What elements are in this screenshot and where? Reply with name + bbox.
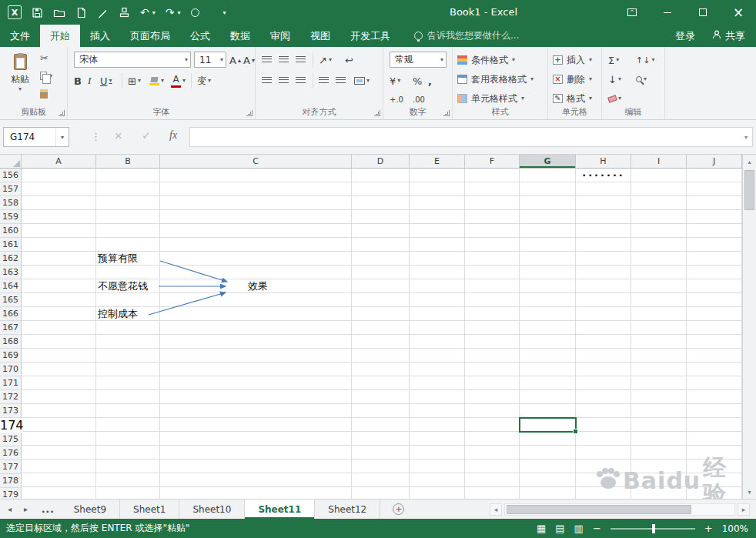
- row-header-177[interactable]: 177: [0, 460, 22, 474]
- font-name-select[interactable]: 宋体▾: [74, 52, 191, 68]
- redo-dropdown-icon[interactable]: ▾: [177, 9, 180, 16]
- row-header-168[interactable]: 168: [0, 335, 22, 349]
- ink-pen-icon[interactable]: [97, 7, 109, 18]
- delete-cells-button[interactable]: ×删除▾: [553, 71, 592, 88]
- column-header-D[interactable]: D: [352, 155, 410, 169]
- row-header-179[interactable]: 179: [0, 488, 22, 499]
- find-select-button[interactable]: ▾: [636, 71, 647, 88]
- sheet-tab-Sheet1[interactable]: Sheet1: [120, 500, 179, 519]
- row-header-174[interactable]: 174: [0, 418, 22, 433]
- column-header-E[interactable]: E: [410, 155, 465, 169]
- format-as-table-button[interactable]: 套用表格格式▾: [457, 71, 534, 88]
- column-header-J[interactable]: J: [687, 155, 742, 169]
- phonetic-guide-button[interactable]: 变▾: [197, 72, 211, 89]
- maximize-button[interactable]: [685, 0, 721, 25]
- align-right-button[interactable]: [296, 72, 306, 89]
- format-cells-button[interactable]: ✎格式▾: [553, 90, 592, 107]
- decrease-indent-button[interactable]: [319, 72, 329, 89]
- page-break-view-icon[interactable]: ▥: [574, 523, 584, 534]
- formula-expand-icon[interactable]: ▾: [740, 134, 752, 141]
- zoom-out-icon[interactable]: −: [593, 523, 601, 534]
- ribbon-tab-视图[interactable]: 视图: [300, 25, 340, 47]
- paste-dropdown-icon[interactable]: ▾: [18, 86, 22, 92]
- save-icon[interactable]: [32, 7, 43, 18]
- align-center-button[interactable]: [279, 72, 289, 89]
- cut-button[interactable]: ✂: [40, 52, 52, 64]
- sheet-tab-Sheet12[interactable]: Sheet12: [315, 500, 380, 519]
- fill-color-button[interactable]: ▾: [149, 72, 164, 89]
- sheet-tab-Sheet9[interactable]: Sheet9: [61, 500, 120, 519]
- wrap-text-button[interactable]: ↩: [345, 52, 353, 69]
- hscroll-track[interactable]: [504, 503, 735, 516]
- cell-styles-button[interactable]: 单元格样式▾: [457, 90, 524, 107]
- row-header-164[interactable]: 164: [0, 279, 22, 293]
- column-header-B[interactable]: B: [96, 155, 160, 169]
- page-layout-view-icon[interactable]: ▤: [555, 523, 564, 534]
- ribbon-tab-公式[interactable]: 公式: [180, 25, 220, 47]
- autosum-button[interactable]: Σ▾: [608, 52, 619, 69]
- hscroll-left-icon[interactable]: ◂: [490, 503, 502, 516]
- row-header-158[interactable]: 158: [0, 196, 22, 210]
- excel-logo-icon[interactable]: [8, 5, 22, 19]
- vertical-scrollbar[interactable]: ▴ ▾: [742, 155, 756, 499]
- row-header-172[interactable]: 172: [0, 390, 22, 404]
- alignment-dialog-launcher[interactable]: [374, 110, 380, 116]
- clear-button[interactable]: ▾: [608, 90, 621, 107]
- number-format-select[interactable]: 常规▾: [390, 52, 447, 68]
- row-header-161[interactable]: 161: [0, 238, 22, 252]
- row-header-156[interactable]: 156: [0, 169, 22, 182]
- selected-cell[interactable]: [519, 417, 577, 433]
- insert-cells-button[interactable]: +插入▾: [553, 52, 592, 69]
- customize-toolbar-icon[interactable]: ▾: [223, 9, 226, 16]
- decrease-font-size-button[interactable]: A▾: [243, 52, 255, 69]
- vertical-scrollbar-thumb[interactable]: [744, 170, 754, 210]
- ribbon-tab-数据[interactable]: 数据: [220, 25, 260, 47]
- cell-text-effect[interactable]: 效果: [248, 279, 268, 293]
- accounting-format-button[interactable]: ¥▾: [390, 72, 400, 89]
- increase-font-size-button[interactable]: A▴: [229, 52, 241, 69]
- insert-function-button[interactable]: fx: [169, 129, 177, 142]
- new-sheet-button[interactable]: +: [393, 500, 404, 519]
- orientation-button[interactable]: ↗▾: [319, 52, 332, 69]
- comma-style-button[interactable]: ,: [428, 72, 432, 89]
- ribbon-tab-审阅[interactable]: 审阅: [260, 25, 300, 47]
- sign-in-button[interactable]: 登录: [675, 29, 695, 43]
- draw-circle-icon[interactable]: [191, 8, 199, 17]
- row-header-159[interactable]: 159: [0, 210, 22, 224]
- redo-icon[interactable]: ↷: [166, 7, 175, 18]
- horizontal-scrollbar-thumb[interactable]: [507, 505, 691, 514]
- borders-button[interactable]: ⊞▾: [128, 72, 141, 89]
- bold-button[interactable]: B: [74, 72, 82, 89]
- column-header-A[interactable]: A: [22, 155, 96, 169]
- row-header-175[interactable]: 175: [0, 433, 22, 446]
- ribbon-tab-页面布局[interactable]: 页面布局: [120, 25, 180, 47]
- select-all-corner[interactable]: [0, 155, 22, 169]
- horizontal-scrollbar[interactable]: ◂ ▸: [490, 500, 756, 519]
- stamp-icon[interactable]: [119, 7, 130, 18]
- undo-dropdown-icon[interactable]: ▾: [152, 9, 156, 16]
- row-header-170[interactable]: 170: [0, 363, 22, 376]
- name-box-dropdown-icon[interactable]: ▾: [55, 128, 69, 146]
- zoom-percentage[interactable]: 100%: [722, 523, 748, 534]
- row-header-178[interactable]: 178: [0, 474, 22, 488]
- column-header-F[interactable]: F: [465, 155, 520, 169]
- underline-button[interactable]: U▾: [100, 72, 112, 89]
- scroll-down-icon[interactable]: ▾: [743, 485, 756, 499]
- enter-button[interactable]: ✓: [142, 129, 151, 142]
- zoom-slider-thumb[interactable]: [652, 524, 655, 533]
- row-header-166[interactable]: 166: [0, 307, 22, 321]
- hscroll-right-icon[interactable]: ▸: [738, 503, 750, 516]
- minimize-button[interactable]: [650, 0, 685, 25]
- normal-view-icon[interactable]: ▦: [537, 523, 546, 534]
- cell-text-cause-3[interactable]: 控制成本: [98, 307, 138, 321]
- column-header-C[interactable]: C: [160, 155, 352, 169]
- align-left-button[interactable]: [262, 72, 272, 89]
- ribbon-display-options-button[interactable]: ^: [614, 0, 650, 25]
- formula-input[interactable]: ▾: [189, 127, 753, 147]
- new-document-icon[interactable]: [75, 7, 87, 18]
- row-header-169[interactable]: 169: [0, 349, 22, 363]
- conditional-formatting-button[interactable]: 条件格式▾: [457, 52, 515, 69]
- clipboard-dialog-launcher[interactable]: [59, 110, 65, 116]
- row-header-157[interactable]: 157: [0, 182, 22, 196]
- cell-text-cause-2[interactable]: 不愿意花钱: [98, 279, 148, 293]
